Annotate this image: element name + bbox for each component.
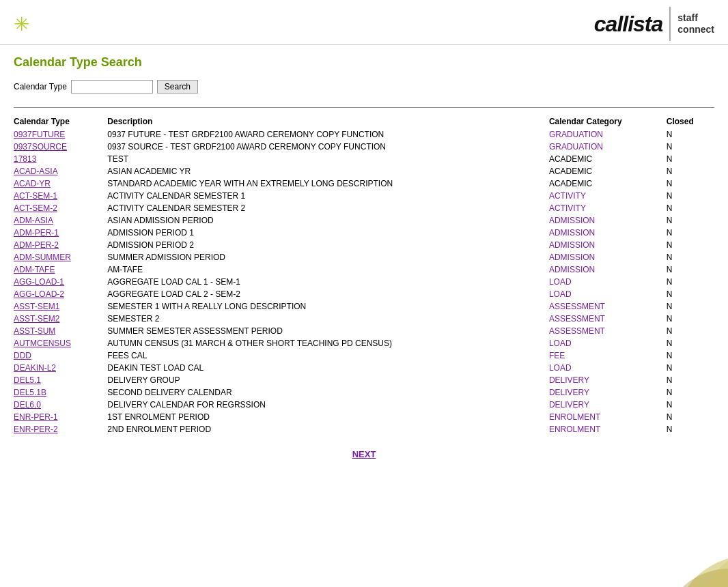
logo-staff-text: staff bbox=[677, 12, 714, 24]
table-row: DEL5.1DELIVERY GROUPDELIVERYN bbox=[14, 374, 714, 386]
calendar-type-link[interactable]: DEL5.1B bbox=[14, 388, 46, 397]
row-description: 1ST ENROLMENT PERIOD bbox=[107, 411, 549, 423]
table-row: ADM-TAFEAM-TAFEADMISSIONN bbox=[14, 263, 714, 276]
row-type: ADM-TAFE bbox=[14, 263, 107, 276]
table-row: 0937FUTURE0937 FUTURE - TEST GRDF2100 AW… bbox=[14, 128, 714, 141]
calendar-type-link[interactable]: AGG-LOAD-2 bbox=[14, 289, 64, 299]
row-category: GRADUATION bbox=[549, 128, 667, 141]
table-row: DEL5.1BSECOND DELIVERY CALENDARDELIVERYN bbox=[14, 386, 714, 399]
row-closed: N bbox=[667, 153, 714, 165]
row-description: FEES CAL bbox=[107, 349, 549, 362]
table-row: ASST-SUMSUMMER SEMESTER ASSESSMENT PERIO… bbox=[14, 325, 714, 337]
table-row: ADM-SUMMERSUMMER ADMISSION PERIODADMISSI… bbox=[14, 251, 714, 263]
table-row: ADM-PER-1ADMISSION PERIOD 1ADMISSIONN bbox=[14, 227, 714, 239]
results-table: Calendar Type Description Calendar Categ… bbox=[14, 115, 714, 435]
row-closed: N bbox=[667, 313, 714, 325]
row-closed: N bbox=[667, 177, 714, 190]
row-description: DEAKIN TEST LOAD CAL bbox=[107, 362, 549, 374]
search-button[interactable]: Search bbox=[157, 80, 198, 94]
row-closed: N bbox=[667, 239, 714, 251]
row-closed: N bbox=[667, 288, 714, 300]
table-row: 17813TESTACADEMICN bbox=[14, 153, 714, 165]
row-closed: N bbox=[667, 349, 714, 362]
row-closed: N bbox=[667, 263, 714, 276]
table-row: AGG-LOAD-2AGGREGATE LOAD CAL 2 - SEM-2LO… bbox=[14, 288, 714, 300]
calendar-type-link[interactable]: DEAKIN-L2 bbox=[14, 363, 56, 373]
row-description: ACTIVITY CALENDAR SEMESTER 1 bbox=[107, 190, 549, 202]
row-description: STANDARD ACADEMIC YEAR WITH AN EXTREMELY… bbox=[107, 177, 549, 190]
calendar-type-link[interactable]: ACT-SEM-1 bbox=[14, 191, 57, 201]
table-row: ADM-ASIAASIAN ADMISSION PERIODADMISSIONN bbox=[14, 214, 714, 227]
row-closed: N bbox=[667, 227, 714, 239]
row-description: SUMMER ADMISSION PERIOD bbox=[107, 251, 549, 263]
row-type: 0937SOURCE bbox=[14, 141, 107, 153]
row-category: ACTIVITY bbox=[549, 202, 667, 214]
calendar-type-link[interactable]: ACT-SEM-2 bbox=[14, 203, 57, 213]
row-description: 2ND ENROLMENT PERIOD bbox=[107, 423, 549, 435]
row-type: ASST-SUM bbox=[14, 325, 107, 337]
calendar-type-link[interactable]: ACAD-ASIA bbox=[14, 167, 58, 176]
row-description: DELIVERY GROUP bbox=[107, 374, 549, 386]
row-description: SECOND DELIVERY CALENDAR bbox=[107, 386, 549, 399]
page-title: Calendar Type Search bbox=[14, 55, 714, 70]
logo-callista: callista bbox=[594, 12, 663, 37]
logo-star: ✳ bbox=[14, 13, 29, 35]
calendar-type-link[interactable]: ASST-SEM2 bbox=[14, 314, 59, 324]
col-header-category: Calendar Category bbox=[549, 115, 667, 128]
row-category: ACADEMIC bbox=[549, 165, 667, 177]
row-category: ASSESSMENT bbox=[549, 300, 667, 313]
calendar-type-link[interactable]: 0937FUTURE bbox=[14, 130, 65, 139]
row-type: ADM-PER-1 bbox=[14, 227, 107, 239]
row-type: 17813 bbox=[14, 153, 107, 165]
row-category: DELIVERY bbox=[549, 386, 667, 399]
row-closed: N bbox=[667, 165, 714, 177]
calendar-type-link[interactable]: AGG-LOAD-1 bbox=[14, 277, 64, 287]
row-closed: N bbox=[667, 251, 714, 263]
calendar-type-link[interactable]: ASST-SUM bbox=[14, 326, 55, 336]
row-type: ACT-SEM-1 bbox=[14, 190, 107, 202]
calendar-type-link[interactable]: AUTMCENSUS bbox=[14, 339, 71, 348]
row-closed: N bbox=[667, 214, 714, 227]
calendar-type-input[interactable] bbox=[71, 80, 153, 94]
calendar-type-link[interactable]: ACAD-YR bbox=[14, 179, 51, 188]
row-description: SUMMER SEMESTER ASSESSMENT PERIOD bbox=[107, 325, 549, 337]
calendar-type-link[interactable]: DDD bbox=[14, 351, 31, 360]
row-category: LOAD bbox=[549, 337, 667, 349]
row-description: AGGREGATE LOAD CAL 1 - SEM-1 bbox=[107, 276, 549, 288]
divider bbox=[14, 107, 714, 108]
table-row: ACT-SEM-1ACTIVITY CALENDAR SEMESTER 1ACT… bbox=[14, 190, 714, 202]
table-row: AUTMCENSUSAUTUMN CENSUS (31 MARCH & OTHE… bbox=[14, 337, 714, 349]
row-type: ADM-SUMMER bbox=[14, 251, 107, 263]
calendar-type-link[interactable]: 17813 bbox=[14, 154, 36, 164]
calendar-type-link[interactable]: DEL6.0 bbox=[14, 400, 41, 410]
table-row: ASST-SEM2SEMESTER 2ASSESSMENTN bbox=[14, 313, 714, 325]
row-type: ENR-PER-1 bbox=[14, 411, 107, 423]
row-closed: N bbox=[667, 325, 714, 337]
row-type: AGG-LOAD-1 bbox=[14, 276, 107, 288]
row-category: ADMISSION bbox=[549, 239, 667, 251]
calendar-type-link[interactable]: ADM-PER-1 bbox=[14, 228, 59, 238]
row-closed: N bbox=[667, 386, 714, 399]
calendar-type-link[interactable]: 0937SOURCE bbox=[14, 142, 67, 152]
row-category: ACADEMIC bbox=[549, 177, 667, 190]
calendar-type-link[interactable]: ADM-SUMMER bbox=[14, 253, 71, 262]
calendar-type-link[interactable]: ASST-SEM1 bbox=[14, 302, 59, 311]
row-category: ADMISSION bbox=[549, 251, 667, 263]
calendar-type-link[interactable]: DEL5.1 bbox=[14, 375, 41, 385]
row-category: ACTIVITY bbox=[549, 190, 667, 202]
calendar-type-link[interactable]: ENR-PER-2 bbox=[14, 425, 58, 434]
row-category: ASSESSMENT bbox=[549, 313, 667, 325]
table-row: ENR-PER-22ND ENROLMENT PERIODENROLMENTN bbox=[14, 423, 714, 435]
calendar-type-link[interactable]: ADM-ASIA bbox=[14, 216, 53, 225]
next-link[interactable]: NEXT bbox=[352, 449, 376, 459]
calendar-type-link[interactable]: ENR-PER-1 bbox=[14, 412, 58, 422]
calendar-type-link[interactable]: ADM-PER-2 bbox=[14, 240, 59, 250]
row-closed: N bbox=[667, 300, 714, 313]
row-description: ACTIVITY CALENDAR SEMESTER 2 bbox=[107, 202, 549, 214]
logo-right: staff connect bbox=[677, 12, 714, 35]
row-category: DELIVERY bbox=[549, 399, 667, 411]
calendar-type-link[interactable]: ADM-TAFE bbox=[14, 265, 55, 274]
row-category: ADMISSION bbox=[549, 214, 667, 227]
row-category: ENROLMENT bbox=[549, 423, 667, 435]
table-row: ACAD-ASIAASIAN ACADEMIC YRACADEMICN bbox=[14, 165, 714, 177]
